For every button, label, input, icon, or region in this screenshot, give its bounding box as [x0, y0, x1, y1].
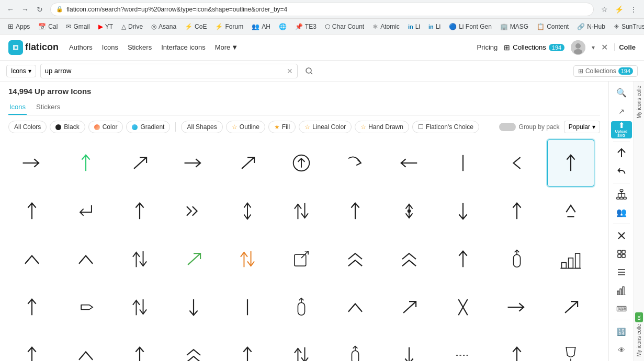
icon-cell[interactable] — [332, 332, 379, 361]
nav-stickers[interactable]: Stickers — [128, 43, 152, 51]
bookmark-nhub[interactable]: 🔗 N-Hub — [573, 21, 609, 32]
icon-cell[interactable] — [116, 236, 163, 283]
collections-count-button[interactable]: ⊞ Collections 194 — [573, 65, 638, 77]
icon-cell[interactable] — [62, 139, 109, 187]
right-barchart-icon[interactable] — [612, 282, 631, 298]
right-close-x-icon[interactable] — [612, 227, 631, 243]
upload-svg-button[interactable]: ⬆ Upload SVG — [611, 121, 632, 138]
icon-cell[interactable] — [493, 332, 540, 361]
clear-search-button[interactable]: ✕ — [287, 67, 293, 75]
icon-cell[interactable] — [547, 139, 594, 187]
bookmark-masg[interactable]: 🏢 MASG — [496, 21, 532, 32]
collection-side-label[interactable]: Colle — [614, 43, 636, 51]
icon-cell[interactable] — [170, 236, 217, 283]
right-undo-icon[interactable] — [612, 164, 631, 180]
bookmark-star-button[interactable]: ☆ — [598, 3, 611, 16]
icon-cell[interactable] — [278, 332, 325, 361]
right-lines-icon[interactable] — [612, 264, 631, 280]
icon-cell[interactable] — [8, 139, 55, 187]
icon-cell[interactable] — [8, 332, 55, 361]
chevron-down-user-icon[interactable]: ▾ — [592, 44, 595, 51]
icon-cell[interactable] — [116, 188, 163, 235]
icon-cell[interactable] — [493, 188, 540, 235]
bookmark-coe[interactable]: ⚡ CoE — [181, 21, 210, 32]
right-eye-icon[interactable]: 👁 — [612, 342, 631, 358]
icon-cell[interactable] — [8, 236, 55, 283]
icon-cell[interactable] — [62, 236, 109, 283]
bookmark-forum[interactable]: ⚡ Forum — [211, 21, 247, 32]
icon-cell[interactable] — [170, 188, 217, 235]
extensions-button[interactable]: ⚡ — [613, 3, 625, 16]
bookmark-ah[interactable]: 👥 AH — [248, 21, 274, 32]
icon-cell[interactable] — [116, 284, 163, 331]
icon-cell[interactable] — [224, 139, 271, 187]
bookmark-gmail[interactable]: ✉ Gmail — [62, 21, 93, 32]
icon-cell[interactable] — [386, 139, 433, 187]
icon-cell[interactable] — [439, 284, 487, 331]
icon-cell[interactable] — [439, 332, 487, 361]
icon-cell[interactable] — [224, 284, 271, 331]
right-keyboard-icon[interactable]: ⌨ — [612, 300, 631, 317]
icon-cell[interactable] — [116, 139, 163, 187]
icon-cell[interactable] — [493, 284, 540, 331]
icon-cell[interactable] — [278, 139, 325, 187]
refresh-button[interactable]: ↻ — [33, 3, 46, 16]
icon-cell[interactable] — [224, 332, 271, 361]
tab-stickers[interactable]: Stickers — [35, 100, 61, 115]
icon-cell[interactable] — [547, 284, 594, 331]
back-button[interactable]: ← — [4, 3, 17, 16]
my-icons-collection-top-label[interactable]: My icons colle — [636, 86, 642, 119]
icon-cell[interactable] — [224, 236, 271, 283]
bookmark-cal[interactable]: 📅 Cal — [35, 21, 61, 32]
right-arrow-up-lg-icon[interactable] — [612, 145, 631, 161]
icon-cell[interactable] — [439, 139, 487, 187]
forward-button[interactable]: → — [19, 3, 31, 16]
icon-cell[interactable] — [116, 332, 163, 361]
filter-lineal-color[interactable]: ☆ Lineal Color — [299, 121, 352, 133]
icon-cell[interactable] — [278, 236, 325, 283]
nav-more[interactable]: More ▼ — [215, 43, 239, 51]
bookmark-suntrust[interactable]: ☀ SunTrust — [610, 21, 644, 32]
icon-cell[interactable] — [62, 188, 109, 235]
icon-cell[interactable] — [386, 284, 433, 331]
icon-cell[interactable] — [332, 188, 379, 235]
icon-cell[interactable] — [8, 188, 55, 235]
icon-cell[interactable] — [547, 332, 594, 361]
icon-cell[interactable] — [547, 236, 594, 283]
icon-cell[interactable] — [8, 284, 55, 331]
right-calculator-icon[interactable]: 🔢 — [612, 323, 631, 340]
icon-cell[interactable] — [332, 236, 379, 283]
bookmark-li2[interactable]: in Li — [425, 21, 444, 32]
icon-cell[interactable] — [170, 139, 217, 187]
right-people-icon[interactable]: 👥 — [612, 204, 631, 220]
pricing-link[interactable]: Pricing — [477, 43, 498, 51]
right-search-icon[interactable]: 🔍 — [612, 85, 631, 101]
bookmark-globe[interactable]: 🌐 — [275, 21, 290, 32]
filter-hand-drawn[interactable]: ☆ Hand Drawn — [355, 121, 409, 133]
bookmark-asana[interactable]: ◎ Asana — [148, 21, 180, 32]
filter-fill[interactable]: ★ Fill — [268, 121, 296, 133]
filter-outline[interactable]: ☆ Outline — [226, 121, 265, 133]
icon-cell[interactable] — [278, 188, 325, 235]
icon-cell[interactable] — [170, 332, 217, 361]
search-input[interactable] — [45, 67, 287, 75]
filter-black[interactable]: Black — [50, 121, 85, 133]
icon-cell[interactable] — [62, 284, 109, 331]
icon-cell[interactable] — [224, 188, 271, 235]
bookmark-li[interactable]: in Li — [404, 21, 424, 32]
my-icons-collection-bottom-label[interactable]: My icons colle — [636, 324, 642, 357]
bookmark-atomic[interactable]: ⚛ Atomic — [369, 21, 403, 32]
close-panel-button[interactable]: ✕ — [601, 42, 608, 52]
icon-cell[interactable] — [439, 236, 487, 283]
filter-gradient[interactable]: Gradient — [126, 121, 170, 133]
tab-icons[interactable]: Icons — [8, 100, 27, 115]
download-button[interactable]: DL — [635, 312, 643, 322]
icon-cell[interactable] — [278, 284, 325, 331]
search-type-select[interactable]: Icons ▾ — [6, 65, 36, 77]
right-grid-icon[interactable] — [612, 246, 631, 262]
icon-cell[interactable] — [386, 236, 433, 283]
filter-color[interactable]: Color — [88, 121, 123, 133]
nav-interface-icons[interactable]: Interface icons — [161, 43, 206, 51]
nav-authors[interactable]: Authors — [69, 43, 93, 51]
icon-cell[interactable] — [170, 284, 217, 331]
